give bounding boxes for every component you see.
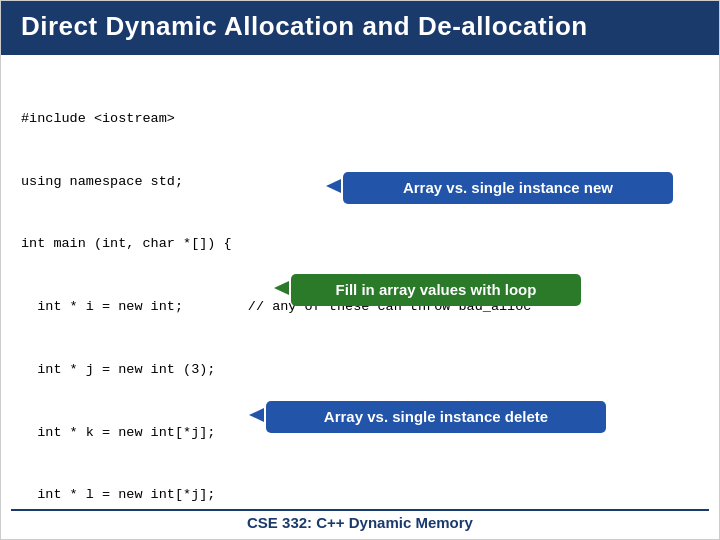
title-bar: Direct Dynamic Allocation and De-allocat… [1, 1, 719, 52]
slide-title: Direct Dynamic Allocation and De-allocat… [21, 11, 588, 41]
code-line-6: int * k = new int[*j]; [21, 423, 699, 444]
footer-divider [11, 509, 709, 511]
code-block: #include <iostream> using namespace std;… [21, 67, 699, 540]
code-line-7: int * l = new int[*j]; [21, 485, 699, 506]
code-line-4: int * i = new int; // any of these can t… [21, 297, 699, 318]
code-line-3: int main (int, char *[]) { [21, 234, 699, 255]
footer-label: CSE 332: C++ Dynamic Memory [247, 514, 473, 531]
code-line-5: int * j = new int (3); [21, 360, 699, 381]
content-area: #include <iostream> using namespace std;… [1, 55, 719, 540]
slide: Direct Dynamic Allocation and De-allocat… [0, 0, 720, 540]
code-line-2: using namespace std; [21, 172, 699, 193]
code-line-1: #include <iostream> [21, 109, 699, 130]
footer-text: CSE 332: C++ Dynamic Memory [1, 514, 719, 531]
